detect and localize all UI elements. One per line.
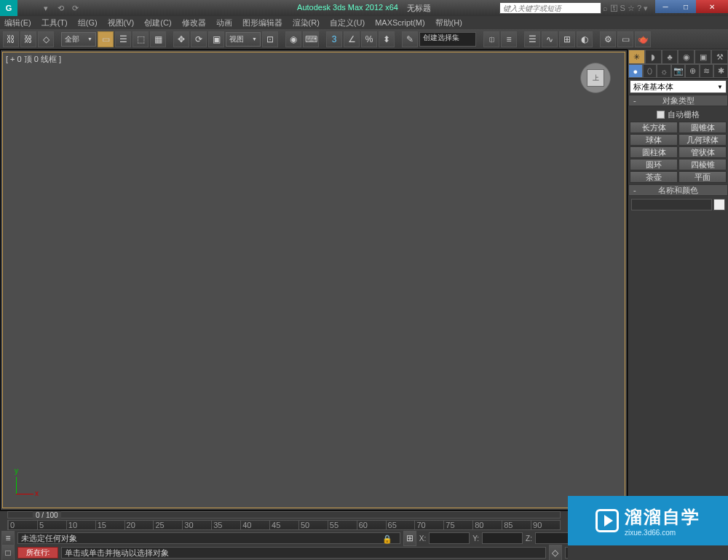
y-coord-input[interactable] [482,532,523,544]
menu-create[interactable]: 创建(C) [144,17,171,28]
maximize-button[interactable]: □ [676,0,696,13]
undo-icon[interactable]: ⟲ [54,1,67,15]
viewport-top[interactable]: [ + 0 顶 0 线框 ] 上 [2,52,625,508]
minimize-button[interactable]: ─ [655,0,676,13]
btn-pyramid[interactable]: 四棱锥 [678,159,727,170]
subtab-space-icon[interactable]: ≋ [700,64,714,78]
percent-snap-icon[interactable]: % [361,31,377,47]
menu-grapheditor[interactable]: 图形编辑器 [242,17,282,28]
btn-plane[interactable]: 平面 [678,171,727,183]
key-icon[interactable]: ⚿ [610,4,618,13]
menu-maxscript[interactable]: MAXScript(M) [375,18,424,27]
align-icon[interactable]: ≡ [501,31,517,47]
search-icon[interactable]: ⌕ [603,4,608,13]
menu-group[interactable]: 组(G) [78,17,98,28]
rollout-object-type[interactable]: 对象类型 [628,95,728,106]
menu-anim[interactable]: 动画 [216,17,232,28]
keyboard-icon[interactable]: ⌨ [303,31,319,47]
btn-teapot[interactable]: 茶壶 [630,171,678,183]
btn-torus[interactable]: 圆环 [630,159,678,170]
edit-set-icon[interactable]: ✎ [402,31,418,47]
selection-filter-dropdown[interactable]: 全部 [61,32,96,47]
subtab-geometry-icon[interactable]: ● [628,64,643,78]
coord-mode-icon[interactable]: ⊞ [403,530,416,546]
menu-drop-icon[interactable]: ▾ [644,4,648,13]
qa-dropdown-icon[interactable]: ▾ [39,1,52,15]
app-icon[interactable]: G [0,0,17,16]
render-icon[interactable]: 🫖 [635,31,651,47]
rotate-icon[interactable]: ⟳ [191,31,207,47]
autogrid-checkbox[interactable] [657,111,665,119]
select-object-icon[interactable]: ▭ [98,31,114,47]
subs-icon[interactable]: S [620,4,625,13]
pivot-icon[interactable]: ⊡ [262,31,278,47]
rollout-name-color[interactable]: 名称和颜色 [628,184,728,196]
subtab-systems-icon[interactable]: ✱ [713,64,728,78]
btn-sphere[interactable]: 球体 [630,134,678,146]
fav-icon[interactable]: ☆ [628,4,635,13]
menu-help[interactable]: 帮助(H) [435,17,462,28]
spinner-snap-icon[interactable]: ⬍ [379,31,395,47]
close-button[interactable]: ✕ [696,0,728,13]
menu-edit[interactable]: 编辑(E) [4,17,31,28]
tab-create-icon[interactable]: ✳ [628,50,645,64]
window-cross-icon[interactable]: ▦ [150,31,166,47]
curve-editor-icon[interactable]: ∿ [542,31,558,47]
btn-geosphere[interactable]: 几何球体 [678,134,727,146]
search-input[interactable] [499,2,601,14]
object-color-swatch[interactable] [713,199,725,210]
angle-snap-icon[interactable]: ∠ [344,31,360,47]
selection-set-input[interactable]: 创建选择集 [419,32,476,47]
time-slider[interactable]: 0 / 100 [7,511,561,518]
mirror-icon[interactable]: ⎅ [483,31,499,47]
help-icon[interactable]: ? [637,4,641,13]
viewport-label[interactable]: [ + 0 顶 0 线框 ] [6,54,61,65]
move-icon[interactable]: ✥ [173,31,189,47]
object-name-input[interactable] [631,199,712,210]
lock-icon[interactable]: 🔒 [382,535,392,544]
link-icon[interactable]: ⛓ [3,31,19,47]
select-rect-icon[interactable]: ⬚ [132,31,149,47]
subtab-helpers-icon[interactable]: ⊕ [685,64,700,78]
render-setup-icon[interactable]: ⚙ [600,31,616,47]
viewcube-face[interactable]: 上 [587,69,604,87]
subtab-cameras-icon[interactable]: 📷 [671,64,686,78]
manipulate-icon[interactable]: ◉ [285,31,301,47]
autogrid-row[interactable]: 自动栅格 [630,108,727,122]
bind-icon[interactable]: ◇ [38,31,54,47]
btn-tube[interactable]: 管状体 [678,146,727,158]
tab-motion-icon[interactable]: ◉ [678,50,695,64]
menu-tools[interactable]: 工具(T) [41,17,68,28]
scale-icon[interactable]: ▣ [208,31,224,47]
ime-indicator[interactable]: 所在行: [17,547,58,559]
tab-display-icon[interactable]: ▣ [695,50,711,64]
btn-cylinder[interactable]: 圆柱体 [630,146,678,158]
menu-render[interactable]: 渲染(R) [293,17,320,28]
lock-selection-icon[interactable]: ◇ [549,545,562,560]
menu-modifier[interactable]: 修改器 [182,17,206,28]
time-ruler[interactable]: 0 5 10 15 20 25 30 35 40 45 50 55 60 65 … [7,520,561,530]
create-category-dropdown[interactable]: 标准基本体 [630,80,727,93]
tab-modify-icon[interactable]: ◗ [645,50,662,64]
select-name-icon[interactable]: ☰ [115,31,131,47]
render-frame-icon[interactable]: ▭ [617,31,633,47]
unlink-icon[interactable]: ⛓̷ [20,31,36,47]
script-icon[interactable]: ≡ [1,530,15,546]
schematic-icon[interactable]: ⊞ [559,31,575,47]
layers-icon[interactable]: ☰ [524,31,540,47]
snap-3-icon[interactable]: 3 [326,31,342,47]
tab-utilities-icon[interactable]: ⚒ [711,50,728,64]
material-icon[interactable]: ◐ [577,31,593,47]
toggle-icon[interactable]: □ [1,545,15,560]
btn-cone[interactable]: 圆锥体 [678,122,727,133]
subtab-shapes-icon[interactable]: ⬯ [643,64,657,78]
menu-customize[interactable]: 自定义(U) [330,17,365,28]
menu-view[interactable]: 视图(V) [108,17,135,28]
btn-box[interactable]: 长方体 [630,122,678,133]
tab-hierarchy-icon[interactable]: ♣ [662,50,678,64]
redo-icon[interactable]: ⟳ [68,1,82,15]
ref-coord-dropdown[interactable]: 视图 [226,32,261,47]
subtab-lights-icon[interactable]: ☼ [657,64,671,78]
viewcube[interactable]: 上 [577,60,614,96]
x-coord-input[interactable] [429,532,470,544]
